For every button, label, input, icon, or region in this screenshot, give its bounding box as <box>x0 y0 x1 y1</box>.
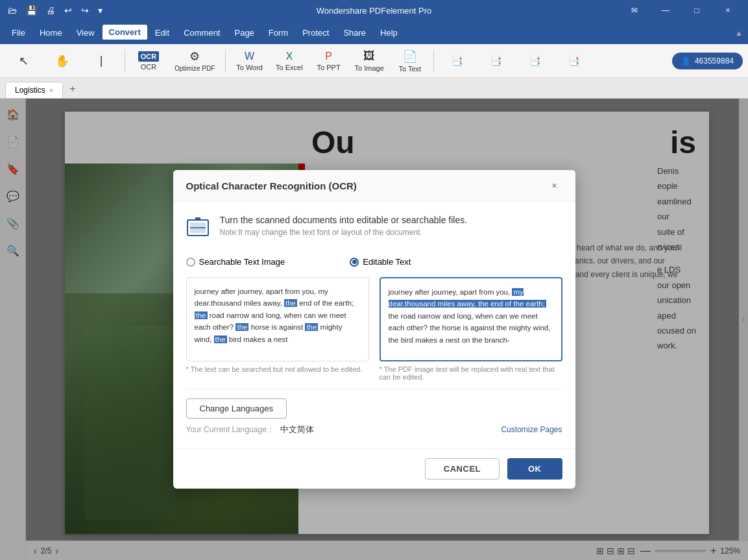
to-image-button[interactable]: 🖼 To Image <box>350 47 389 75</box>
option-searchable[interactable]: Searchable Text Image <box>186 257 285 267</box>
current-lang-value: 中文简体 <box>280 424 314 434</box>
excel-icon: X <box>285 51 293 62</box>
print-icon[interactable]: 🖨 <box>43 3 58 18</box>
notifications-icon[interactable]: ✉ <box>620 0 649 21</box>
modal-overlay: Optical Character Recognition (OCR) × <box>0 99 748 560</box>
preview-left-note: * The text can be searched but not allow… <box>186 365 369 373</box>
export-icon-1: 📑 <box>452 56 463 66</box>
modal-title: Optical Character Recognition (OCR) <box>186 180 357 191</box>
close-button[interactable]: × <box>713 0 743 21</box>
menu-file[interactable]: File <box>5 25 32 40</box>
toolbar: ↖ ✋ | OCR OCR ⚙ Optimize PDF W To Word X… <box>0 44 748 78</box>
close-tab-icon[interactable]: × <box>49 86 53 94</box>
menu-page[interactable]: Page <box>228 25 260 40</box>
ocr-label: OCR <box>141 63 156 71</box>
ocr-modal: Optical Character Recognition (OCR) × <box>173 170 575 489</box>
redo-icon[interactable]: ↪ <box>78 3 91 18</box>
menu-comment[interactable]: Comment <box>177 25 226 40</box>
radio-editable[interactable] <box>350 258 359 267</box>
to-word-button[interactable]: W To Word <box>231 47 268 75</box>
modal-footer: CANCEL OK <box>173 448 575 489</box>
menu-form[interactable]: Form <box>262 25 295 40</box>
extra-tool-4[interactable]: 📑 <box>556 47 592 75</box>
highlight-the-2: the <box>195 311 208 319</box>
to-ppt-label: To PPT <box>317 64 341 71</box>
title-icons: 🗁 💾 🖨 ↩ ↪ ▾ <box>5 3 105 18</box>
highlight-the-4: the <box>305 323 318 331</box>
modal-close-button[interactable]: × <box>547 178 562 193</box>
to-ppt-button[interactable]: P To PPT <box>311 47 347 75</box>
to-text-button[interactable]: 📄 To Text <box>392 47 428 75</box>
option-editable[interactable]: Editable Text <box>350 257 411 267</box>
user-account-button[interactable]: 👤 463559884 <box>672 53 743 69</box>
menu-help[interactable]: Help <box>374 25 404 40</box>
menu-convert[interactable]: Convert <box>103 25 147 41</box>
optimize-pdf-button[interactable]: ⚙ Optimize PDF <box>169 47 220 75</box>
dropdown-icon[interactable]: ▾ <box>95 3 105 18</box>
change-languages-button[interactable]: Change Languages <box>186 398 287 419</box>
preview-panels: journey after journey, apart from you, m… <box>186 277 562 381</box>
menu-bar: File Home View Convert Edit Comment Page… <box>0 21 748 44</box>
text-tool-button[interactable]: | <box>83 47 119 75</box>
window-controls: ✉ — □ × <box>620 0 743 21</box>
cancel-button[interactable]: CANCEL <box>425 458 500 480</box>
user-avatar-icon: 👤 <box>681 56 691 66</box>
tabs-bar: Logistics × + <box>0 78 748 99</box>
to-excel-button[interactable]: X To Excel <box>271 47 308 75</box>
toolbar-separator-2 <box>225 49 226 73</box>
ocr-options: Searchable Text Image Editable Text <box>186 257 562 267</box>
minimize-button[interactable]: — <box>651 0 681 21</box>
maximize-button[interactable]: □ <box>682 0 712 21</box>
toolbar-separator-1 <box>125 49 125 73</box>
preview-right-text2: the road narrow and long, when can we me… <box>389 312 551 344</box>
extra-tool-1[interactable]: 📑 <box>439 47 476 75</box>
toolbar-separator-3 <box>433 49 434 73</box>
menu-home[interactable]: Home <box>33 25 69 40</box>
modal-description-text: Turn the scanned documents into editable… <box>220 215 468 237</box>
extra-tool-3[interactable]: 📑 <box>517 47 553 75</box>
add-tab-button[interactable]: + <box>63 80 82 98</box>
hand-icon: ✋ <box>55 54 69 68</box>
option-editable-label: Editable Text <box>363 257 411 267</box>
cursor-icon: ↖ <box>19 54 29 68</box>
preview-right: journey after journey, apart from you, m… <box>380 277 562 361</box>
app-title: Wondershare PDFelement Pro <box>317 6 432 16</box>
collapse-ribbon-icon[interactable]: ▲ <box>735 29 743 38</box>
svg-rect-2 <box>195 217 200 220</box>
undo-icon[interactable]: ↩ <box>62 3 75 18</box>
modal-description: Turn the scanned documents into editable… <box>186 215 562 244</box>
menu-protect[interactable]: Protect <box>296 25 335 40</box>
select-tool-button[interactable]: ↖ <box>5 47 42 75</box>
main-area: 🏠 📄 🔖 💬 📎 🔍 Ou is <box>0 99 748 560</box>
highlight-the-1: the <box>284 299 297 307</box>
to-text-label: To Text <box>399 65 422 73</box>
highlight-the-5: the <box>214 335 227 343</box>
to-excel-label: To Excel <box>276 64 303 71</box>
current-lang-label: Your Current Language： <box>186 425 274 434</box>
menu-share[interactable]: Share <box>337 25 372 40</box>
to-word-label: To Word <box>236 64 263 71</box>
radio-searchable[interactable] <box>186 258 195 267</box>
ocr-button[interactable]: OCR OCR <box>130 47 167 75</box>
ok-button[interactable]: OK <box>507 458 562 480</box>
ocr-icon: OCR <box>138 51 159 62</box>
extra-tool-2[interactable]: 📑 <box>478 47 514 75</box>
export-icon-4: 📑 <box>568 56 579 66</box>
menu-edit[interactable]: Edit <box>149 25 176 40</box>
customize-pages-link[interactable]: Customize Pages <box>501 425 562 434</box>
preview-right-note: * The PDF image text will be replaced wi… <box>380 365 562 381</box>
modal-description-heading: Turn the scanned documents into editable… <box>220 215 468 225</box>
hand-tool-button[interactable]: ✋ <box>44 47 80 75</box>
image-icon: 🖼 <box>363 49 375 63</box>
preview-right-text1: journey after journey, apart from you, <box>389 288 513 296</box>
menu-view[interactable]: View <box>70 25 101 40</box>
optimize-label: Optimize PDF <box>175 65 215 72</box>
tab-label: Logistics <box>15 86 45 95</box>
tab-logistics[interactable]: Logistics × <box>5 82 63 98</box>
scanner-icon <box>186 216 210 244</box>
option-searchable-label: Searchable Text Image <box>199 257 285 267</box>
preview-left-col: journey after journey, apart from you, m… <box>186 277 369 381</box>
save-icon[interactable]: 💾 <box>23 3 40 18</box>
highlight-the-3: the <box>235 323 248 331</box>
change-languages-section: Change Languages Your Current Language： … <box>186 389 562 435</box>
